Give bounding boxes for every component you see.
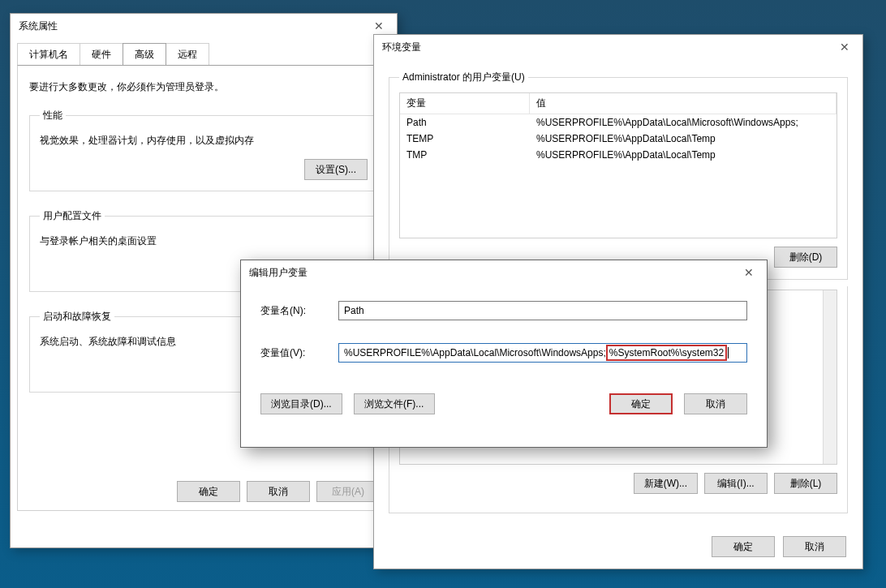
startup-legend: 启动和故障恢复 [40, 310, 114, 324]
tab-computer-name[interactable]: 计算机名 [17, 43, 80, 65]
user-vars-header: 变量 值 [400, 93, 837, 114]
env-cancel-button[interactable]: 取消 [783, 536, 846, 557]
edit-form: 变量名(N): 变量值(V): %USERPROFILE%\AppData\Lo… [241, 285, 767, 393]
var-value-input[interactable]: %USERPROFILE%\AppData\Local\Microsoft\Wi… [338, 343, 747, 363]
edit-title: 编辑用户变量 [249, 266, 308, 280]
browse-dir-button[interactable]: 浏览目录(D)... [260, 393, 342, 414]
text-caret [728, 347, 729, 358]
profile-desc: 与登录帐户相关的桌面设置 [40, 234, 368, 248]
perf-desc: 视觉效果，处理器计划，内存使用，以及虚拟内存 [40, 134, 368, 148]
env-dialog-buttons: 确定 取消 [712, 536, 846, 557]
tab-hardware[interactable]: 硬件 [80, 43, 123, 65]
var-value-row: 变量值(V): %USERPROFILE%\AppData\Local\Micr… [260, 343, 747, 363]
var-value-label: 变量值(V): [260, 346, 338, 360]
close-icon[interactable]: ✕ [730, 260, 767, 285]
var-value-cell: %USERPROFILE%\AppData\Local\Microsoft\Wi… [530, 114, 837, 131]
edit-ok-button[interactable]: 确定 [609, 393, 673, 414]
edit-dialog-buttons: 浏览目录(D)... 浏览文件(F)... 确定 取消 [241, 393, 767, 427]
user-vars-group: Administrator 的用户变量(U) 变量 值 Path%USERPRO… [389, 71, 848, 280]
table-row[interactable]: Path%USERPROFILE%\AppData\Local\Microsof… [400, 114, 837, 131]
table-row[interactable]: TEMP%USERPROFILE%\AppData\Local\Temp [400, 131, 837, 147]
var-name-cell: TMP [400, 147, 530, 163]
var-name-row: 变量名(N): [260, 301, 747, 320]
scrollbar[interactable] [823, 290, 837, 464]
var-name-input[interactable] [338, 301, 747, 320]
user-vars-table[interactable]: 变量 值 Path%USERPROFILE%\AppData\Local\Mic… [399, 92, 837, 238]
col-variable[interactable]: 变量 [400, 93, 530, 114]
user-vars-legend: Administrator 的用户变量(U) [399, 71, 528, 84]
user-delete-button[interactable]: 删除(D) [774, 247, 837, 268]
sys-dialog-buttons: 确定 取消 应用(A) [177, 481, 380, 502]
env-title: 环境变量 [382, 41, 421, 54]
group-performance: 性能 视觉效果，处理器计划，内存使用，以及虚拟内存 设置(S)... [29, 109, 378, 191]
perf-settings-button[interactable]: 设置(S)... [304, 159, 368, 180]
sys-titlebar[interactable]: 系统属性 ✕ [11, 14, 397, 38]
table-row[interactable]: TMP%USERPROFILE%\AppData\Local\Temp [400, 147, 837, 163]
edit-cancel-button[interactable]: 取消 [684, 393, 747, 414]
sys-cancel-button[interactable]: 取消 [247, 481, 310, 502]
admin-hint: 要进行大多数更改，你必须作为管理员登录。 [29, 80, 378, 94]
var-value-cell: %USERPROFILE%\AppData\Local\Temp [530, 131, 837, 147]
tab-advanced[interactable]: 高级 [123, 43, 166, 65]
env-titlebar[interactable]: 环境变量 ✕ [374, 35, 862, 59]
sys-title: 系统属性 [19, 19, 58, 33]
sys-apply-button[interactable]: 应用(A) [316, 481, 380, 502]
edit-titlebar[interactable]: 编辑用户变量 ✕ [241, 260, 767, 285]
close-icon[interactable]: ✕ [826, 35, 862, 59]
var-name-label: 变量名(N): [260, 304, 338, 318]
sys-delete-button[interactable]: 删除(L) [774, 473, 837, 494]
var-value-cell: %USERPROFILE%\AppData\Local\Temp [530, 147, 837, 163]
env-ok-button[interactable]: 确定 [712, 536, 775, 557]
system-var-buttons: 新建(W)... 编辑(I)... 删除(L) [399, 473, 837, 494]
profile-legend: 用户配置文件 [40, 209, 105, 223]
var-name-cell: Path [400, 114, 530, 131]
user-vars-body: Path%USERPROFILE%\AppData\Local\Microsof… [400, 114, 837, 163]
sys-edit-button[interactable]: 编辑(I)... [704, 473, 768, 494]
sys-tabs: 计算机名 硬件 高级 远程 [17, 43, 390, 65]
value-highlight: %SystemRoot%\system32 [606, 345, 727, 361]
value-segment: %USERPROFILE%\AppData\Local\Microsoft\Wi… [339, 347, 606, 358]
var-name-cell: TEMP [400, 131, 530, 147]
tab-remote[interactable]: 远程 [166, 43, 209, 65]
perf-legend: 性能 [40, 109, 66, 122]
browse-file-button[interactable]: 浏览文件(F)... [354, 393, 435, 414]
sys-new-button[interactable]: 新建(W)... [634, 473, 698, 494]
sys-ok-button[interactable]: 确定 [177, 481, 240, 502]
col-value[interactable]: 值 [530, 93, 837, 114]
edit-user-variable-dialog: 编辑用户变量 ✕ 变量名(N): 变量值(V): %USERPROFILE%\A… [240, 260, 768, 448]
